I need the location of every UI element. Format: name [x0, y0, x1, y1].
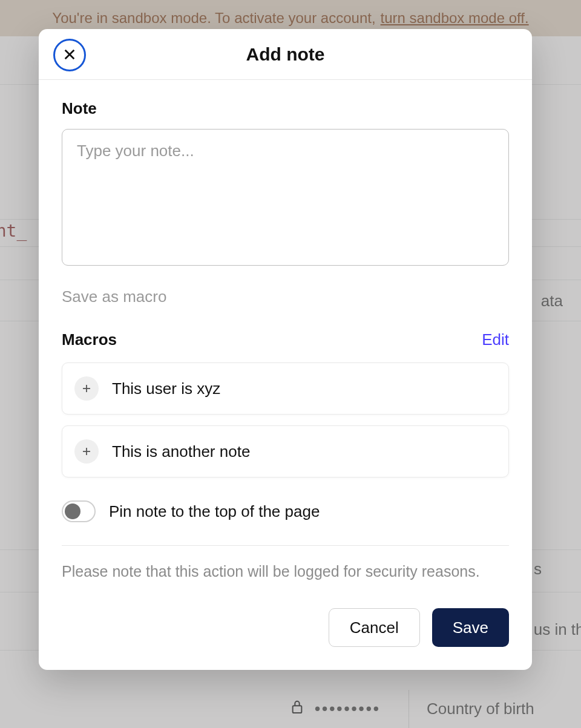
disclaimer-text: Please note that this action will be log…	[62, 563, 509, 580]
pin-note-row: Pin note to the top of the page	[62, 500, 509, 522]
macro-text: This is another note	[112, 442, 250, 461]
pin-label: Pin note to the top of the page	[109, 502, 320, 521]
macro-item[interactable]: This is another note	[62, 425, 509, 477]
modal-header: Add note	[39, 29, 532, 80]
note-label: Note	[62, 99, 509, 118]
note-input[interactable]	[62, 129, 509, 266]
macro-item[interactable]: This user is xyz	[62, 362, 509, 415]
modal-title: Add note	[246, 44, 325, 65]
pin-toggle[interactable]	[62, 500, 96, 522]
plus-icon	[74, 376, 99, 401]
modal-body: Note Save as macro Macros Edit This user…	[39, 80, 532, 586]
modal-footer: Cancel Save	[39, 586, 532, 670]
macro-text: This user is xyz	[112, 379, 220, 398]
close-icon	[63, 48, 76, 63]
save-as-macro-link[interactable]: Save as macro	[62, 287, 509, 306]
plus-icon	[74, 439, 99, 464]
edit-macros-link[interactable]: Edit	[482, 330, 509, 349]
add-note-modal: Add note Note Save as macro Macros Edit …	[39, 29, 532, 670]
save-button[interactable]: Save	[432, 608, 509, 647]
macro-list: This user is xyz This is another note	[62, 362, 509, 477]
toggle-knob	[65, 503, 80, 519]
macros-label: Macros	[62, 330, 117, 349]
close-button[interactable]	[53, 39, 86, 71]
cancel-button[interactable]: Cancel	[329, 608, 420, 647]
divider	[62, 545, 509, 546]
macros-header: Macros Edit	[62, 330, 509, 349]
